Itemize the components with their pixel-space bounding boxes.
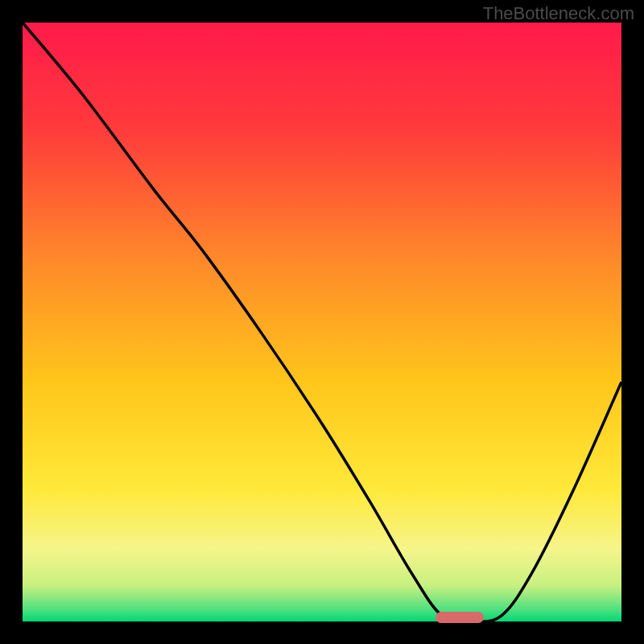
bottleneck-curve: [23, 23, 621, 621]
optimal-marker: [436, 612, 484, 623]
plot-area: [23, 23, 621, 621]
chart-container: TheBottleneck.com: [0, 0, 644, 644]
curve-overlay: [23, 23, 621, 621]
watermark-text: TheBottleneck.com: [483, 3, 634, 24]
